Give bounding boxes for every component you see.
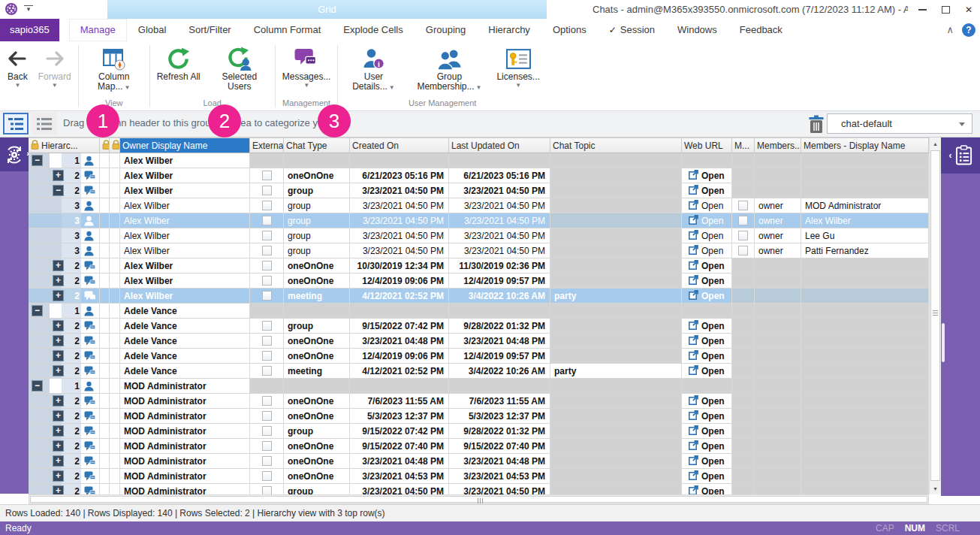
table-row[interactable]: +2MOD AdministratoroneOnOne3/23/2021 04:… [29, 454, 929, 469]
checkbox[interactable] [262, 261, 272, 271]
expand-box[interactable]: + [53, 320, 64, 331]
tab-hierarchy[interactable]: Hierarchy [477, 19, 541, 41]
web-url-cell[interactable]: Open [682, 168, 732, 183]
open-link[interactable]: Open [701, 366, 725, 376]
expand-box[interactable]: + [53, 260, 64, 271]
close-button[interactable]: ✕ [963, 5, 974, 15]
column-map-button[interactable]: Column Map...▼ [80, 44, 148, 94]
table-row[interactable]: −1Alex Wilber [29, 153, 929, 168]
right-panel-header[interactable]: ‹ [941, 138, 980, 174]
open-link[interactable]: Open [701, 456, 725, 467]
expand-box[interactable]: + [53, 485, 64, 494]
checkbox[interactable] [738, 201, 748, 210]
left-panel-header[interactable]: › [0, 138, 29, 171]
checkbox[interactable] [262, 231, 272, 240]
table-row[interactable]: +2MOD Administratorgroup9/15/2022 07:42 … [29, 424, 929, 439]
web-url-cell[interactable]: Open [682, 183, 732, 198]
table-row[interactable]: +2MOD AdministratoroneOnOne3/23/2021 04:… [29, 469, 929, 484]
open-link[interactable]: Open [701, 351, 725, 361]
table-row[interactable]: −1Adele Vance [29, 304, 929, 319]
checkbox[interactable] [262, 291, 272, 301]
web-url-cell[interactable]: Open [682, 439, 732, 454]
table-row[interactable]: +2Adele Vancemeeting4/12/2021 02:52 PM3/… [29, 364, 929, 379]
web-url-cell[interactable]: Open [682, 198, 732, 213]
checkbox[interactable] [262, 186, 272, 195]
collapse-box[interactable]: − [32, 305, 43, 316]
checkbox[interactable] [262, 471, 272, 481]
open-link[interactable]: Open [701, 246, 723, 256]
checkbox[interactable] [262, 396, 272, 406]
table-row[interactable]: +2Alex WilberoneOnOne10/30/2019 12:34 PM… [29, 258, 929, 274]
licenses-button[interactable]: Licenses...▼ [491, 44, 544, 91]
expand-box[interactable]: + [53, 440, 64, 452]
table-row[interactable]: +2MOD Administratorgroup3/23/2021 04:50 … [29, 484, 929, 494]
table-row[interactable]: +2Adele VanceoneOnOne12/4/2019 09:06 PM1… [29, 349, 929, 364]
trash-icon[interactable] [809, 115, 824, 137]
open-link[interactable]: Open [701, 261, 725, 271]
vertical-scrollbar[interactable]: ▲ ▼ [929, 138, 941, 494]
table-row[interactable]: 3Alex Wilbergroup3/23/2021 04:50 PM3/23/… [29, 228, 929, 243]
open-link[interactable]: Open [701, 411, 725, 422]
column-header-owner[interactable]: Owner Display Name [120, 138, 250, 153]
web-url-cell[interactable]: Open [682, 394, 732, 409]
open-link[interactable]: Open [701, 201, 723, 211]
checkbox[interactable] [262, 426, 272, 436]
expand-box[interactable]: + [53, 275, 64, 286]
column-header-web_url[interactable]: Web URL [682, 138, 732, 153]
open-link[interactable]: Open [701, 336, 725, 346]
horizontal-scrollbar-thumb[interactable] [30, 496, 927, 503]
open-link[interactable]: Open [701, 216, 723, 226]
web-url-cell[interactable]: Open [682, 409, 732, 424]
group-membership-button[interactable]: Group Membership...▼ [407, 44, 491, 94]
tab-sapio365[interactable]: sapio365 [0, 19, 59, 41]
checkbox[interactable] [262, 216, 272, 225]
web-url-cell[interactable]: Open [682, 334, 732, 349]
column-header-hier[interactable]: Hierarc... [29, 138, 100, 153]
expand-box[interactable]: + [53, 350, 64, 361]
web-url-cell[interactable]: Open [682, 454, 732, 469]
open-link[interactable]: Open [701, 441, 725, 452]
web-url-cell[interactable]: Open [682, 213, 732, 228]
checkbox[interactable] [262, 351, 272, 361]
left-side-panel[interactable]: › [0, 138, 29, 494]
expand-box[interactable]: + [53, 470, 64, 482]
maximize-button[interactable] [940, 5, 951, 15]
checkbox[interactable] [262, 411, 272, 421]
tab-explode-cells[interactable]: Explode Cells [332, 19, 415, 41]
table-row[interactable]: +2Alex WilberoneOnOne12/4/2019 09:06 PM1… [29, 274, 929, 289]
collapse-ribbon-icon[interactable]: ∧ [946, 26, 954, 34]
tab-grouping[interactable]: Grouping [415, 19, 477, 41]
tab-global[interactable]: Global [127, 19, 178, 41]
table-row[interactable]: 3Alex Wilbergroup3/23/2021 04:50 PM3/23/… [29, 243, 929, 258]
column-header-members_dn[interactable]: Members - Display Name [801, 138, 929, 153]
view-selector-dropdown[interactable]: chat-default [827, 113, 972, 134]
tab-options[interactable]: Options [541, 19, 598, 41]
checkbox[interactable] [262, 456, 272, 466]
checkbox[interactable] [262, 366, 272, 376]
open-link[interactable]: Open [701, 486, 725, 495]
back-button[interactable]: Back▼ [2, 44, 33, 91]
table-row[interactable]: 3Alex Wilbergroup3/23/2021 04:50 PM3/23/… [29, 198, 929, 213]
expand-box[interactable]: + [53, 395, 64, 407]
column-header-members[interactable]: Members... [755, 138, 801, 153]
expand-box[interactable]: + [53, 410, 64, 422]
refresh-all-button[interactable]: Refresh All [152, 44, 206, 83]
panel-splitter-handle[interactable] [942, 323, 945, 362]
checkbox[interactable] [738, 231, 748, 240]
messages-button[interactable]: Messages...▼ [277, 44, 336, 91]
selected-users-button[interactable]: Selected Users [206, 44, 273, 93]
checkbox[interactable] [738, 246, 748, 255]
checkbox[interactable] [738, 216, 748, 225]
checkbox[interactable] [262, 441, 272, 451]
checkbox[interactable] [262, 321, 272, 331]
table-row[interactable]: +2MOD AdministratoroneOnOne5/3/2023 12:3… [29, 409, 929, 424]
web-url-cell[interactable]: Open [682, 319, 732, 334]
vertical-scrollbar-thumb[interactable] [930, 150, 940, 481]
hierarchy-view-toggle[interactable] [3, 113, 29, 135]
web-url-cell[interactable]: Open [682, 424, 732, 439]
help-icon[interactable]: ? [962, 23, 975, 37]
collapse-box[interactable]: − [32, 155, 43, 166]
web-url-cell[interactable]: Open [682, 484, 732, 494]
open-link[interactable]: Open [701, 171, 725, 181]
table-row[interactable]: +2MOD AdministratoroneOnOne7/6/2023 11:5… [29, 394, 929, 409]
